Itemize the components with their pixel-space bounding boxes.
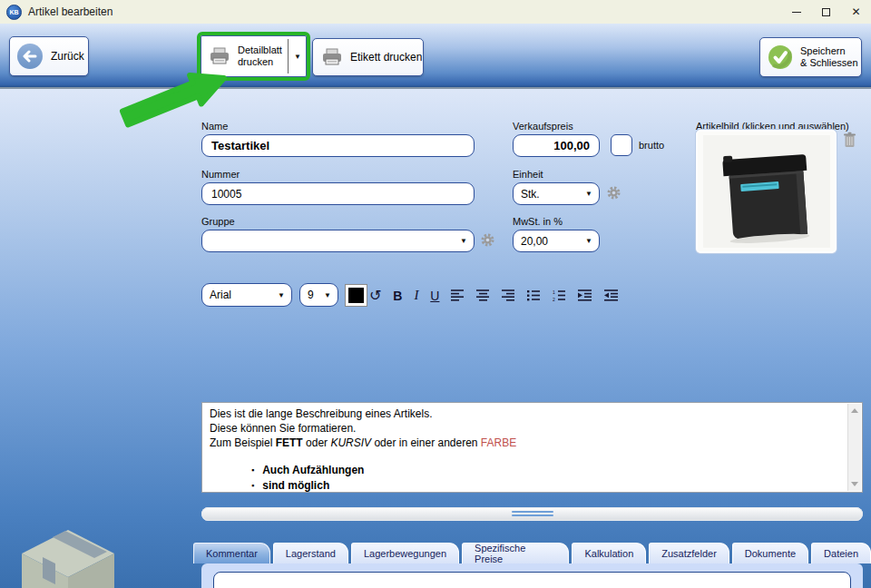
chevron-down-icon[interactable]: ▼	[294, 53, 301, 61]
chevron-down-icon: ▼	[460, 237, 467, 245]
print-detail-label-line2: drucken	[238, 56, 273, 67]
price-input[interactable]: 100,00	[513, 134, 600, 157]
comment-textarea[interactable]	[213, 572, 851, 588]
comment-tab-panel	[201, 564, 863, 588]
arrow-left-icon	[17, 44, 43, 69]
chevron-down-icon: ▼	[585, 190, 592, 198]
print-label-label: Etikett drucken	[350, 51, 422, 64]
title-bar: KB Artikel bearbeiten ✕	[0, 0, 871, 24]
print-detail-button[interactable]: Detailblatt drucken ▼	[201, 35, 307, 77]
font-color-button[interactable]	[345, 284, 367, 307]
maximize-button[interactable]	[811, 0, 841, 24]
splitter-grip-icon	[512, 511, 553, 518]
check-icon	[768, 44, 793, 70]
tab-kommentar[interactable]: Kommentar	[193, 543, 270, 564]
unit-select[interactable]: Stk. ▼	[513, 182, 600, 205]
back-button-label: Zurück	[51, 50, 84, 63]
unit-gear-icon[interactable]	[606, 185, 621, 201]
bold-icon[interactable]: B	[393, 289, 402, 303]
toolbar: Zurück Detailblatt drucken ▼	[0, 24, 871, 87]
description-line: Zum Beispiel FETT oder KURSIV oder in ei…	[210, 436, 842, 450]
number-label: Nummer	[201, 169, 240, 180]
name-input[interactable]: Testartikel	[201, 134, 475, 157]
description-bullet-item: sind möglich	[251, 478, 842, 494]
scroll-up-icon[interactable]	[851, 408, 858, 413]
tab-lagerstand[interactable]: Lagerstand	[273, 543, 348, 564]
window-title: Artikel bearbeiten	[28, 5, 113, 18]
font-size-select[interactable]: 9 ▼	[299, 283, 338, 307]
vat-label: MwSt. in %	[513, 216, 563, 227]
chevron-down-icon: ▼	[278, 291, 285, 299]
article-image[interactable]	[696, 130, 837, 253]
align-left-icon[interactable]	[451, 289, 465, 301]
printer-icon	[321, 48, 343, 66]
unit-select-value: Stk.	[521, 188, 540, 201]
indent-decrease-icon[interactable]	[604, 289, 619, 301]
tab-kalkulation[interactable]: Kalkulation	[572, 543, 646, 564]
close-icon: ✕	[851, 5, 860, 18]
printer-product-photo	[703, 135, 830, 248]
content-area: Name Testartikel Nummer 10005 Gruppe ▼ V…	[0, 87, 871, 588]
delete-image-trash-icon[interactable]	[843, 132, 856, 148]
font-size-value: 9	[308, 289, 314, 301]
svg-text:1: 1	[553, 289, 555, 295]
tab-lagerbewegungen[interactable]: Lagerbewegungen	[351, 543, 459, 564]
tab-zusatzfelder[interactable]: Zusatzfelder	[649, 543, 729, 564]
description-line: Dies ist die lange Beschreibung eines Ar…	[210, 407, 842, 421]
number-input[interactable]: 10005	[201, 182, 475, 205]
brutto-checkbox[interactable]	[611, 134, 632, 156]
description-bullet-list: Auch Aufzählungensind möglich	[251, 463, 842, 494]
tabs: KommentarLagerstandLagerbewegungenSpezif…	[193, 543, 871, 564]
chevron-down-icon: ▼	[585, 237, 592, 245]
tab-spezifische-preise[interactable]: Spezifische Preise	[462, 543, 569, 564]
color-swatch	[348, 288, 364, 303]
italic-icon[interactable]: I	[414, 288, 418, 303]
scroll-down-icon[interactable]	[851, 482, 858, 486]
save-label-line2: & Schliessen	[800, 57, 858, 68]
tutorial-highlight-ring: Detailblatt drucken ▼	[197, 32, 310, 81]
align-center-icon[interactable]	[476, 289, 490, 301]
vat-select[interactable]: 20,00 ▼	[513, 230, 600, 252]
price-label: Verkaufspreis	[513, 121, 573, 132]
description-line: Diese können Sie formatieren.	[210, 421, 842, 436]
minimize-button[interactable]	[781, 0, 811, 24]
chevron-down-icon: ▼	[324, 291, 331, 299]
rotate-reset-icon[interactable]: ↺	[369, 287, 381, 304]
tab-dateien[interactable]: Dateien	[811, 543, 871, 564]
package-watermark-icon	[15, 521, 122, 588]
close-button[interactable]: ✕	[841, 0, 871, 24]
print-detail-label-line1: Detailblatt	[238, 44, 282, 55]
app-logo-icon: KB	[6, 5, 22, 20]
underline-icon[interactable]: U	[430, 289, 439, 303]
description-bullet-item: Auch Aufzählungen	[251, 463, 842, 478]
app-window: KB Artikel bearbeiten ✕ Zurück	[0, 0, 871, 588]
save-close-button[interactable]: Speichern & Schliessen	[759, 37, 862, 77]
vat-select-value: 20,00	[521, 235, 548, 248]
name-label: Name	[201, 121, 228, 132]
font-family-value: Arial	[210, 289, 231, 301]
save-label-line1: Speichern	[800, 45, 846, 56]
maximize-icon	[822, 8, 830, 16]
indent-increase-icon[interactable]	[578, 289, 592, 301]
brutto-label: brutto	[639, 140, 664, 151]
group-gear-icon[interactable]	[480, 232, 495, 248]
printer-icon	[209, 47, 230, 65]
font-family-select[interactable]: Arial ▼	[201, 283, 292, 307]
bullet-list-icon[interactable]	[527, 289, 541, 301]
back-button[interactable]: Zurück	[9, 36, 89, 76]
button-divider	[288, 39, 289, 74]
description-scrollbar[interactable]	[847, 404, 861, 491]
horizontal-splitter[interactable]	[201, 507, 863, 521]
group-label: Gruppe	[201, 216, 235, 227]
align-right-icon[interactable]	[502, 289, 515, 301]
svg-text:2: 2	[553, 297, 555, 301]
description-editor[interactable]: Dies ist die lange Beschreibung eines Ar…	[201, 402, 863, 493]
group-select[interactable]: ▼	[201, 230, 475, 252]
description-text: Dies ist die lange Beschreibung eines Ar…	[210, 407, 842, 450]
tab-dokumente[interactable]: Dokumente	[732, 543, 808, 564]
numbered-list-icon[interactable]: 12	[553, 289, 566, 301]
print-label-button[interactable]: Etikett drucken	[312, 38, 424, 76]
unit-label: Einheit	[513, 169, 543, 180]
minimize-icon	[792, 12, 801, 13]
